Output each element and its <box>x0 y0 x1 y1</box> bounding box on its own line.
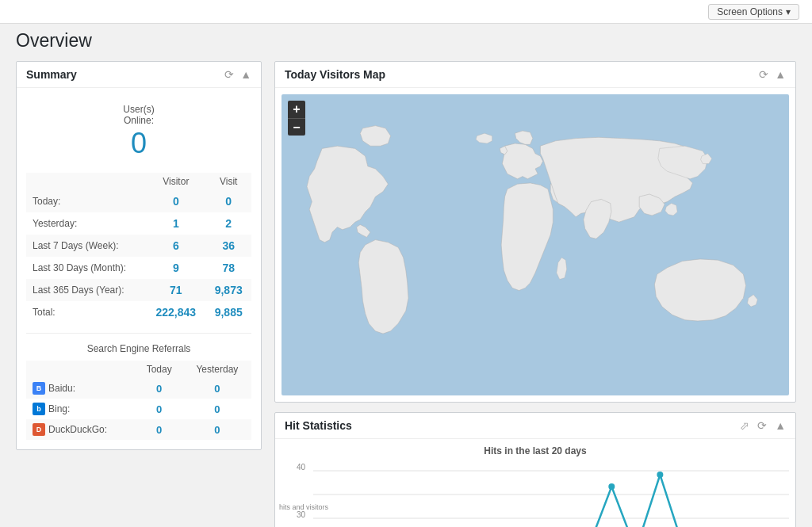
row-visitor: 71 <box>146 279 205 301</box>
list-item: b Bing: 0 0 <box>26 399 251 419</box>
left-column: Summary ⟳ ▲ User(s)Online: 0 Visitor <box>16 61 262 450</box>
row-visit: 9,885 <box>205 301 251 323</box>
row-label: Last 30 Days (Month): <box>26 257 146 279</box>
ref-col-today: Today <box>136 361 183 378</box>
stats-col-label <box>26 173 146 190</box>
zoom-in-button[interactable]: + <box>288 101 305 118</box>
collapse-map-icon[interactable]: ▲ <box>775 68 786 81</box>
row-label: Today: <box>26 190 146 212</box>
hit-stats-body: Hits in the last 20 days 40 30 hits and … <box>275 439 795 527</box>
row-visitor: 9 <box>146 257 205 279</box>
screen-options-label: Screen Options <box>717 6 783 17</box>
row-visitor: 1 <box>146 212 205 235</box>
users-online-count: 0 <box>26 126 251 160</box>
refresh-map-icon[interactable]: ⟳ <box>759 68 768 81</box>
engine-today: 0 <box>136 399 183 419</box>
hit-statistics-panel: Hit Statistics ⬀ ⟳ ▲ Hits in the last 20… <box>274 412 796 527</box>
summary-panel-controls: ⟳ ▲ <box>224 68 251 81</box>
row-label: Total: <box>26 301 146 323</box>
engine-name: D DuckDuckGo: <box>26 419 136 440</box>
visitors-map-panel: Today Visitors Map ⟳ ▲ + − <box>274 61 796 403</box>
table-row: Last 365 Days (Year): 71 9,873 <box>26 279 251 301</box>
row-visit: 9,873 <box>205 279 251 301</box>
refresh-icon[interactable]: ⟳ <box>224 68 234 81</box>
ref-col-engine <box>26 361 136 378</box>
export-icon[interactable]: ⬀ <box>740 419 749 432</box>
collapse-icon[interactable]: ▲ <box>240 68 251 81</box>
stats-col-visitor: Visitor <box>146 173 205 190</box>
chart-point <box>657 472 663 478</box>
row-visit: 0 <box>205 190 251 212</box>
users-online-label: User(s)Online: <box>26 104 251 126</box>
collapse-stats-icon[interactable]: ▲ <box>775 419 786 432</box>
row-visitor: 6 <box>146 235 205 257</box>
summary-panel-header: Summary ⟳ ▲ <box>17 62 261 88</box>
row-label: Last 365 Days (Year): <box>26 279 146 301</box>
list-item: D DuckDuckGo: 0 0 <box>26 419 251 440</box>
row-visit: 36 <box>205 235 251 257</box>
chart-point <box>608 483 615 490</box>
engine-today: 0 <box>136 378 183 399</box>
table-row: Total: 222,843 9,885 <box>26 301 251 323</box>
y-axis-label: hits and visitors <box>279 503 328 511</box>
row-label: Yesterday: <box>26 212 146 235</box>
y-axis-40: 40 <box>280 463 305 472</box>
row-visit: 78 <box>205 257 251 279</box>
top-bar: Screen Options ▾ <box>0 0 812 24</box>
stats-col-visit: Visit <box>205 173 251 190</box>
engine-name: b Bing: <box>26 399 136 419</box>
row-visit: 2 <box>205 212 251 235</box>
visitors-map-header: Today Visitors Map ⟳ ▲ <box>275 62 795 88</box>
row-visitor: 0 <box>146 190 205 212</box>
engine-today: 0 <box>136 419 183 440</box>
row-visitor: 222,843 <box>146 301 205 323</box>
visitors-map-controls: ⟳ ▲ <box>759 68 786 81</box>
visitors-map-title: Today Visitors Map <box>285 68 385 81</box>
engine-name: B Baidu: <box>26 378 136 399</box>
table-row: Today: 0 0 <box>26 190 251 212</box>
map-container: + − <box>282 94 789 395</box>
list-item: B Baidu: 0 0 <box>26 378 251 399</box>
hit-stats-title: Hit Statistics <box>285 419 352 432</box>
divider <box>26 333 251 334</box>
engine-yesterday: 0 <box>183 399 251 419</box>
right-column: Today Visitors Map ⟳ ▲ + − <box>274 61 796 527</box>
refresh-stats-icon[interactable]: ⟳ <box>757 419 767 432</box>
row-label: Last 7 Days (Week): <box>26 235 146 257</box>
hit-stats-header: Hit Statistics ⬀ ⟳ ▲ <box>275 413 795 439</box>
world-map-svg <box>282 94 789 395</box>
search-engine-referrals-title: Search Engine Referrals <box>26 343 251 354</box>
main-content: Summary ⟳ ▲ User(s)Online: 0 Visitor <box>0 61 812 527</box>
stats-table: Visitor Visit Today: 0 0 Yesterday: 1 2 … <box>26 173 251 323</box>
screen-options-button[interactable]: Screen Options ▾ <box>708 4 799 20</box>
users-online-section: User(s)Online: 0 <box>26 97 251 173</box>
referrals-table: Today Yesterday B Baidu: 0 0 b Bing: 0 0… <box>26 361 251 440</box>
table-row: Last 30 Days (Month): 9 78 <box>26 257 251 279</box>
hit-stats-controls: ⬀ ⟳ ▲ <box>740 419 786 432</box>
page-title: Overview <box>0 24 812 61</box>
summary-panel: Summary ⟳ ▲ User(s)Online: 0 Visitor <box>16 61 262 450</box>
visitors-map-body: + − <box>275 88 795 402</box>
chevron-down-icon: ▾ <box>786 6 791 17</box>
summary-panel-body: User(s)Online: 0 Visitor Visit Today: 0 … <box>17 88 261 449</box>
zoom-out-button[interactable]: − <box>288 118 305 136</box>
hit-chart-svg <box>310 463 792 527</box>
ref-col-yesterday: Yesterday <box>183 361 251 378</box>
table-row: Yesterday: 1 2 <box>26 212 251 235</box>
table-row: Last 7 Days (Week): 6 36 <box>26 235 251 257</box>
map-zoom-controls: + − <box>288 101 305 136</box>
engine-yesterday: 0 <box>183 378 251 399</box>
chart-title: Hits in the last 20 days <box>278 445 792 456</box>
engine-yesterday: 0 <box>183 419 251 440</box>
summary-panel-title: Summary <box>26 68 77 81</box>
